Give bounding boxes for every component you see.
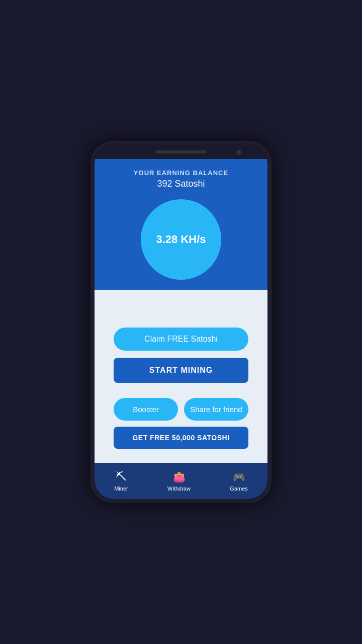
- claim-free-satoshi-button[interactable]: Claim FREE Satoshi: [114, 328, 248, 351]
- nav-miner-label: Miner: [114, 486, 128, 492]
- balance-value: 392 Satoshi: [157, 179, 205, 189]
- wallet-icon: [173, 470, 186, 484]
- mining-circle: 3.28 KH/s: [141, 199, 221, 280]
- bottom-section: Claim FREE Satoshi START MINING Booster …: [95, 290, 267, 463]
- booster-button[interactable]: Booster: [114, 398, 178, 421]
- phone-screen: YOUR EARNING BALANCE 392 Satoshi 3.28 KH…: [95, 145, 267, 499]
- camera: [236, 150, 241, 155]
- bottom-content: Claim FREE Satoshi START MINING Booster …: [105, 290, 257, 449]
- nav-withdraw-label: Withdraw: [167, 486, 191, 492]
- get-free-satoshi-button[interactable]: GET FREE 50,000 SATOSHI: [114, 427, 248, 449]
- bottom-nav: Miner Withdraw Games: [95, 463, 267, 499]
- pickaxe-icon: [116, 470, 127, 484]
- notch: [156, 150, 206, 153]
- nav-miner[interactable]: Miner: [114, 470, 128, 492]
- row-buttons: Booster Share for friend: [114, 398, 248, 421]
- nav-games[interactable]: Games: [230, 470, 247, 492]
- share-friend-button[interactable]: Share for friend: [184, 398, 248, 421]
- gamepad-icon: [233, 470, 245, 484]
- start-mining-button[interactable]: START MINING: [114, 358, 248, 383]
- status-bar: [95, 145, 267, 159]
- earning-balance-label: YOUR EARNING BALANCE: [134, 169, 228, 177]
- app-screen: YOUR EARNING BALANCE 392 Satoshi 3.28 KH…: [95, 159, 267, 499]
- nav-withdraw[interactable]: Withdraw: [167, 470, 191, 492]
- mining-speed: 3.28 KH/s: [156, 233, 206, 246]
- phone-frame: YOUR EARNING BALANCE 392 Satoshi 3.28 KH…: [90, 141, 272, 503]
- nav-games-label: Games: [230, 486, 247, 492]
